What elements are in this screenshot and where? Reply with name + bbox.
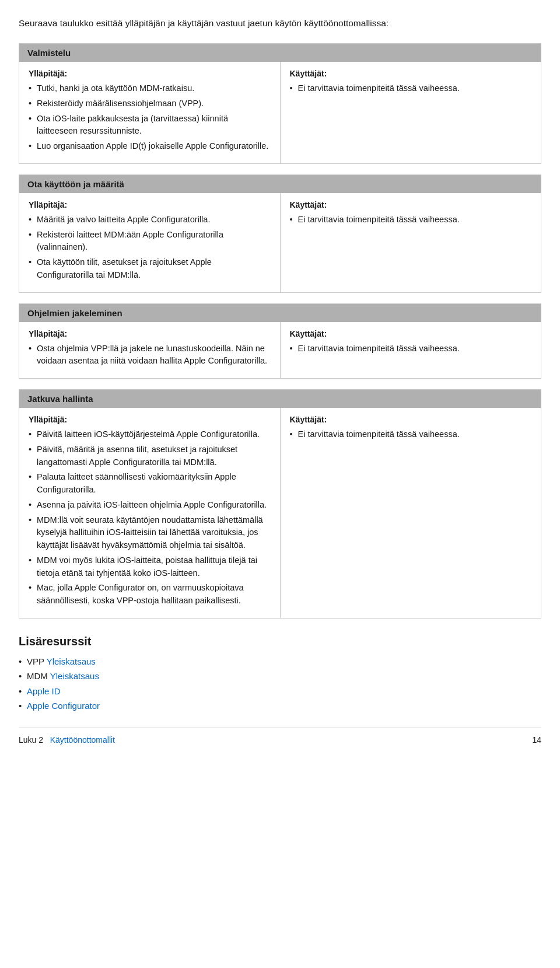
- admin-label-jatkuva-hallinta: Ylläpitäjä:: [29, 415, 271, 424]
- user-list-ota-kayttoon: Ei tarvittavia toimenpiteitä tässä vaihe…: [290, 214, 532, 226]
- footer-luku-label: Luku 2: [19, 735, 43, 745]
- user-col-ohjelmien-jakeleminen: Käyttäjät:Ei tarvittavia toimenpiteitä t…: [281, 322, 541, 379]
- section-header-valmistelu: Valmistelu: [19, 44, 541, 62]
- lisaresurssit-item-prefix: MDM: [27, 671, 50, 681]
- section-body-jatkuva-hallinta: Ylläpitäjä:Päivitä laitteen iOS-käyttöjä…: [19, 408, 541, 618]
- user-label-jatkuva-hallinta: Käyttäjät:: [290, 415, 532, 424]
- admin-col-ota-kayttoon: Ylläpitäjä:Määritä ja valvo laitteita Ap…: [19, 193, 281, 292]
- list-item: Apple ID: [19, 684, 541, 699]
- section-valmistelu: ValmisteluYlläpitäjä:Tutki, hanki ja ota…: [19, 43, 541, 164]
- user-label-ohjelmien-jakeleminen: Käyttäjät:: [290, 329, 532, 338]
- user-col-valmistelu: Käyttäjät:Ei tarvittavia toimenpiteitä t…: [281, 62, 541, 163]
- user-list-ohjelmien-jakeleminen: Ei tarvittavia toimenpiteitä tässä vaihe…: [290, 343, 532, 355]
- admin-list-valmistelu: Tutki, hanki ja ota käyttöön MDM-ratkais…: [29, 82, 271, 153]
- list-item: Ei tarvittavia toimenpiteitä tässä vaihe…: [290, 343, 532, 355]
- admin-col-jatkuva-hallinta: Ylläpitäjä:Päivitä laitteen iOS-käyttöjä…: [19, 408, 281, 618]
- lisaresurssit-section: Lisäresurssit VPP YleiskatsausMDM Yleisk…: [19, 635, 541, 714]
- section-body-valmistelu: Ylläpitäjä:Tutki, hanki ja ota käyttöön …: [19, 62, 541, 163]
- intro-text: Seuraava taulukko esittää ylläpitäjän ja…: [19, 16, 541, 30]
- list-item: Tutki, hanki ja ota käyttöön MDM-ratkais…: [29, 82, 271, 95]
- lisaresurssit-list: VPP YleiskatsausMDM YleiskatsausApple ID…: [19, 654, 541, 714]
- list-item: Rekisteröi laitteet MDM:ään Apple Config…: [29, 229, 271, 254]
- list-item: Asenna ja päivitä iOS-laitteen ohjelmia …: [29, 499, 271, 512]
- admin-list-jatkuva-hallinta: Päivitä laitteen iOS-käyttöjärjestelmä A…: [29, 428, 271, 607]
- list-item: Osta ohjelmia VPP:llä ja jakele ne lunas…: [29, 343, 271, 368]
- admin-label-ota-kayttoon: Ylläpitäjä:: [29, 200, 271, 209]
- footer-page-number: 14: [532, 735, 541, 745]
- user-col-jatkuva-hallinta: Käyttäjät:Ei tarvittavia toimenpiteitä t…: [281, 408, 541, 618]
- list-item: Mac, jolla Apple Configurator on, on var…: [29, 582, 271, 607]
- admin-label-ohjelmien-jakeleminen: Ylläpitäjä:: [29, 329, 271, 338]
- user-col-ota-kayttoon: Käyttäjät:Ei tarvittavia toimenpiteitä t…: [281, 193, 541, 292]
- section-ota-kayttoon: Ota käyttöön ja määritäYlläpitäjä:Määrit…: [19, 174, 541, 293]
- user-list-valmistelu: Ei tarvittavia toimenpiteitä tässä vaihe…: [290, 82, 532, 95]
- lisaresurssit-item-link[interactable]: Yleiskatsaus: [50, 671, 99, 681]
- list-item: MDM:llä voit seurata käytäntöjen noudatt…: [29, 514, 271, 552]
- section-body-ohjelmien-jakeleminen: Ylläpitäjä:Osta ohjelmia VPP:llä ja jake…: [19, 322, 541, 379]
- section-header-ota-kayttoon: Ota käyttöön ja määritä: [19, 175, 541, 193]
- list-item: Ei tarvittavia toimenpiteitä tässä vaihe…: [290, 214, 532, 226]
- user-label-valmistelu: Käyttäjät:: [290, 69, 532, 78]
- admin-col-valmistelu: Ylläpitäjä:Tutki, hanki ja ota käyttöön …: [19, 62, 281, 163]
- list-item: Apple Configurator: [19, 698, 541, 714]
- lisaresurssit-title: Lisäresurssit: [19, 635, 541, 648]
- lisaresurssit-item-prefix: VPP: [27, 656, 47, 666]
- footer-chapter-link[interactable]: Käyttöönottomallit: [50, 735, 115, 745]
- lisaresurssit-item-link[interactable]: Apple ID: [27, 686, 61, 696]
- section-body-ota-kayttoon: Ylläpitäjä:Määritä ja valvo laitteita Ap…: [19, 193, 541, 292]
- footer: Luku 2 Käyttöönottomallit 14: [19, 728, 541, 745]
- list-item: Ota iOS-laite pakkauksesta ja (tarvittae…: [29, 113, 271, 138]
- list-item: Palauta laitteet säännöllisesti vakiomää…: [29, 471, 271, 497]
- section-header-jatkuva-hallinta: Jatkuva hallinta: [19, 390, 541, 408]
- list-item: MDM Yleiskatsaus: [19, 669, 541, 684]
- list-item: Ei tarvittavia toimenpiteitä tässä vaihe…: [290, 82, 532, 95]
- user-label-ota-kayttoon: Käyttäjät:: [290, 200, 532, 209]
- list-item: MDM voi myös lukita iOS-laitteita, poist…: [29, 554, 271, 580]
- list-item: Päivitä, määritä ja asenna tilit, asetuk…: [29, 443, 271, 469]
- list-item: Ota käyttöön tilit, asetukset ja rajoitu…: [29, 256, 271, 282]
- list-item: Päivitä laitteen iOS-käyttöjärjestelmä A…: [29, 428, 271, 441]
- sections-container: ValmisteluYlläpitäjä:Tutki, hanki ja ota…: [19, 43, 541, 618]
- user-list-jatkuva-hallinta: Ei tarvittavia toimenpiteitä tässä vaihe…: [290, 428, 532, 441]
- section-header-ohjelmien-jakeleminen: Ohjelmien jakeleminen: [19, 304, 541, 322]
- list-item: Luo organisaation Apple ID(t) jokaiselle…: [29, 140, 271, 153]
- section-ohjelmien-jakeleminen: Ohjelmien jakeleminenYlläpitäjä:Osta ohj…: [19, 303, 541, 379]
- admin-col-ohjelmien-jakeleminen: Ylläpitäjä:Osta ohjelmia VPP:llä ja jake…: [19, 322, 281, 379]
- lisaresurssit-item-link[interactable]: Apple Configurator: [27, 701, 100, 711]
- list-item: Määritä ja valvo laitteita Apple Configu…: [29, 214, 271, 226]
- admin-list-ota-kayttoon: Määritä ja valvo laitteita Apple Configu…: [29, 214, 271, 282]
- admin-list-ohjelmien-jakeleminen: Osta ohjelmia VPP:llä ja jakele ne lunas…: [29, 343, 271, 368]
- section-jatkuva-hallinta: Jatkuva hallintaYlläpitäjä:Päivitä laitt…: [19, 389, 541, 618]
- list-item: Ei tarvittavia toimenpiteitä tässä vaihe…: [290, 428, 532, 441]
- lisaresurssit-item-link[interactable]: Yleiskatsaus: [47, 656, 96, 666]
- admin-label-valmistelu: Ylläpitäjä:: [29, 69, 271, 78]
- list-item: Rekisteröidy määrälisenssiohjelmaan (VPP…: [29, 97, 271, 110]
- list-item: VPP Yleiskatsaus: [19, 654, 541, 669]
